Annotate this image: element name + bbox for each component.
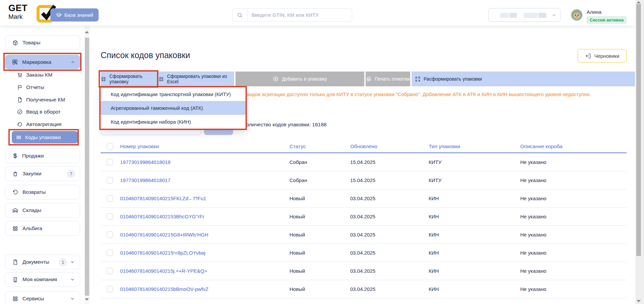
column-header-number[interactable]: Номер упаковки — [120, 143, 289, 149]
dropdown-item-kin[interactable]: Код идентификации набора (КИН) — [101, 115, 246, 129]
scroll-down-arrow-icon[interactable] — [637, 300, 641, 302]
page-scrollbar[interactable] — [635, 0, 644, 304]
table-row[interactable]: 0104607814090140215j.=+R-YPE&Q> Новый 03… — [101, 262, 627, 280]
sidebar-subitem-label: Ввод в оборот — [26, 109, 61, 115]
row-checkbox[interactable] — [107, 231, 113, 238]
search-input[interactable] — [248, 12, 352, 18]
package-number-link[interactable]: 0104607814090140215G8+tRWls'HGH — [120, 232, 289, 237]
knowledge-base-label: База знаний — [64, 12, 93, 18]
updated-cell: 03.04.2025 — [350, 250, 429, 256]
sidebar-item-services[interactable]: Сервисы — [5, 291, 80, 304]
sidebar-subitem-label: Заказы КМ — [26, 72, 52, 78]
package-number-link[interactable]: 197730199864018018 — [120, 159, 289, 165]
sidebar-item-marking[interactable]: Маркировка — [5, 55, 80, 69]
dropdown-item-kitu[interactable]: Код идентификации транспортной упаковки … — [101, 87, 246, 101]
form-package-button[interactable]: Сформировать упаковку — [101, 72, 157, 86]
row-checkbox[interactable] — [107, 268, 113, 274]
type-cell: КИН — [429, 214, 520, 219]
status-cell: Новый — [289, 268, 350, 274]
document-icon — [12, 259, 18, 265]
description-cell: Не указано — [520, 196, 627, 201]
type-cell: КИТУ — [429, 177, 520, 183]
package-number-link[interactable]: 0104607814090140215FKLZd←f?Fu1 — [120, 196, 289, 201]
description-cell: Не указано — [520, 250, 627, 256]
package-number-link[interactable]: 01046078140901402153BhcGYG''rFr — [120, 214, 289, 219]
row-checkbox[interactable] — [107, 195, 113, 202]
table-row[interactable]: 0104607814090140215!<8pZLOYvbaj Новый 03… — [101, 244, 627, 262]
graduation-cap-icon — [56, 12, 62, 18]
logo-text-get: GET — [8, 4, 28, 13]
column-header-status[interactable]: Статус — [289, 143, 350, 149]
sidebar-subitem-received-km[interactable]: Полученные КМ — [17, 95, 80, 104]
sidebar-item-warehouses[interactable]: Склады — [5, 203, 80, 218]
row-checkbox[interactable] — [107, 159, 113, 165]
table-row[interactable]: 01046078140901402153BhcGYG''rFr Новый 03… — [101, 208, 627, 226]
dropdown-item-atk[interactable]: Агрегированный таможенный код (АТК) — [101, 101, 246, 115]
history-icon — [17, 121, 23, 127]
row-checkbox[interactable] — [107, 250, 113, 256]
updated-cell: 03.04.2025 — [350, 286, 429, 292]
package-number-link[interactable]: 0104607814090140215!<8pZLOYvbaj — [120, 250, 289, 256]
organization-select[interactable] — [488, 8, 560, 22]
package-number-link[interactable]: 197730199864018017 — [120, 177, 289, 183]
sidebar-item-products[interactable]: Товары — [5, 35, 80, 50]
description-cell: Не указано — [520, 286, 627, 292]
table-row[interactable]: 0104607814090140215G8+tRWls'HGH Новый 03… — [101, 226, 627, 244]
dollar-icon: $ — [12, 153, 18, 160]
print-label-button-disabled[interactable]: Печать этикетки — [366, 72, 410, 86]
select-all-checkbox[interactable] — [107, 143, 113, 150]
toolbar-button-label: Расформировать упаковки — [424, 76, 482, 82]
sidebar-scrollbar[interactable] — [85, 26, 90, 304]
building-icon — [12, 276, 18, 283]
package-number-link[interactable]: 0104607814090140215bBmoOV-pwfvZ — [120, 286, 289, 292]
sidebar-subitem-km-orders[interactable]: Заказы КМ — [17, 70, 80, 80]
table-row[interactable]: 0104607814090140215FKLZd←f?Fu1 Новый 03.… — [101, 189, 627, 208]
row-checkbox[interactable] — [107, 213, 113, 220]
drafts-button[interactable]: Черновики — [578, 49, 627, 62]
form-packages-from-excel-button[interactable]: Сформировать упаковки из Excel — [158, 72, 234, 86]
packaging-toolbar: Сформировать упаковку Сформировать упако… — [101, 72, 635, 86]
printer-icon — [366, 76, 372, 82]
redacted-text-block — [538, 13, 546, 18]
sidebar-subitem-reports[interactable]: Отчеты — [17, 83, 80, 92]
sidebar-item-label: Товары — [22, 40, 40, 46]
knowledge-base-button[interactable]: База знаний — [50, 8, 99, 21]
column-header-description[interactable]: Описание короба — [520, 143, 627, 149]
package-number-link[interactable]: 0104607814090140215j.=+R-YPE&Q> — [120, 268, 289, 274]
row-checkbox[interactable] — [107, 177, 113, 183]
updated-cell: 03.04.2025 — [350, 214, 429, 219]
user-avatar[interactable] — [571, 9, 583, 21]
sidebar-item-albiga[interactable]: Альбига — [5, 221, 80, 236]
getmark-logo[interactable]: GET Mark — [8, 3, 48, 23]
chevron-up-icon — [70, 59, 75, 65]
add-to-package-button-disabled[interactable]: Добавить в упаковку — [235, 72, 364, 86]
sidebar-item-my-company[interactable]: Моя компания — [5, 272, 80, 287]
row-checkbox[interactable] — [107, 286, 113, 292]
sidebar-item-documents[interactable]: Документы 1 — [5, 255, 80, 269]
toolbar-button-label: Сформировать упаковку — [109, 74, 157, 84]
column-header-updated[interactable]: Обновлено — [350, 143, 429, 149]
updated-cell: 03.04.2025 — [350, 196, 429, 201]
scroll-up-arrow-icon[interactable] — [637, 1, 641, 3]
unform-packages-button[interactable]: Расформировать упаковки — [412, 72, 635, 86]
status-cell: Новый — [289, 286, 350, 292]
scroll-down-arrow-icon[interactable] — [85, 298, 89, 301]
chevron-down-icon — [70, 296, 75, 301]
column-header-type[interactable]: Тип упаковки — [429, 143, 520, 149]
sidebar-subitem-packaging-codes[interactable]: Коды упаковки — [12, 131, 78, 143]
sidebar-item-label: Продажи — [22, 153, 44, 159]
table-row[interactable]: 0104607814090140215bBmoOV-pwfvZ Новый 03… — [101, 280, 627, 298]
status-cell: Новый — [289, 250, 350, 256]
scroll-up-arrow-icon[interactable] — [85, 31, 89, 33]
sidebar-item-label: Маркировка — [22, 59, 51, 65]
page-scrollbar-thumb[interactable] — [636, 4, 641, 256]
sidebar-subitem-circulation[interactable]: Ввод в оборот — [17, 107, 80, 117]
sidebar-item-purchases[interactable]: Закупки 7 — [5, 166, 80, 181]
status-cell: Новый — [289, 196, 350, 201]
sidebar-scrollbar-thumb[interactable] — [85, 38, 89, 296]
sidebar-item-sales[interactable]: $ Продажи — [5, 148, 80, 163]
table-row[interactable]: 197730199864018017 Собран 15.04.2025 КИТ… — [101, 171, 627, 189]
table-row[interactable]: 197730199864018018 Собран 15.04.2025 КИТ… — [101, 153, 627, 171]
sidebar-item-returns[interactable]: Возвраты — [5, 185, 80, 200]
sidebar-subitem-autoaggregation[interactable]: Автоагрегация — [17, 120, 80, 129]
